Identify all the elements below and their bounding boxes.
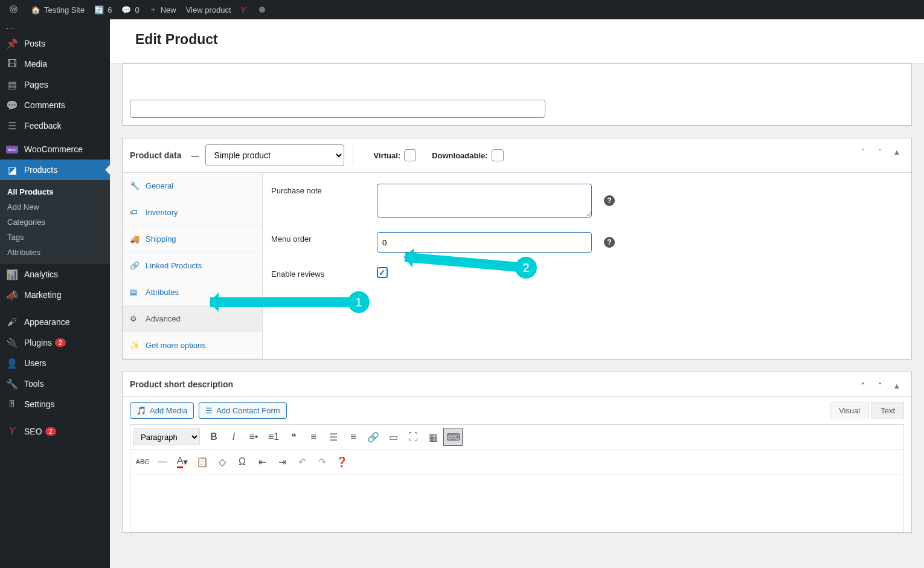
comments-label: Comments (24, 100, 65, 110)
tools-icon: 🔧 (6, 378, 18, 390)
sidebar-item-products[interactable]: ◪Products (0, 160, 110, 180)
sidebar-item-analytics[interactable]: 📊Analytics (0, 264, 110, 285)
updates-link[interactable]: 🔄6 (89, 0, 117, 19)
add-media-button[interactable]: 🎵Add Media (130, 402, 194, 419)
editor-placeholder-input[interactable] (130, 100, 545, 118)
tab-get-more[interactable]: ✨Get more options (123, 332, 262, 359)
woo-label: WooCommerce (24, 144, 83, 154)
sidebar-item-woocommerce[interactable]: wooWooCommerce (0, 139, 110, 160)
sidebar-item-comments[interactable]: 💬Comments (0, 95, 110, 115)
help-icon-2[interactable]: ? (604, 237, 615, 248)
purchase-note-label: Purchase note (271, 184, 377, 195)
tab-general[interactable]: 🔧General (123, 173, 262, 199)
editor-tab-text[interactable]: Text (871, 402, 904, 419)
plus-icon: ＋ (149, 4, 157, 15)
editor-content-area[interactable] (130, 474, 903, 532)
indent-button[interactable]: ⇥ (272, 453, 292, 471)
products-icon: ◪ (6, 164, 18, 176)
view-product-link[interactable]: View product (181, 0, 236, 19)
submenu-all-products[interactable]: All Products (0, 184, 110, 199)
help-button[interactable]: ❓ (332, 453, 351, 471)
sidebar-item-users[interactable]: 👤Users (0, 353, 110, 373)
sidebar-item-media[interactable]: 🎞Media (0, 54, 110, 74)
hr-button[interactable]: — (153, 453, 172, 471)
seo-label: SEO (24, 427, 42, 436)
textcolor-button[interactable]: A▾ (173, 453, 192, 471)
editor-tab-visual[interactable]: Visual (830, 402, 869, 419)
strike-button[interactable]: ABC (133, 453, 152, 471)
fullscreen-button[interactable]: ⛶ (403, 428, 423, 446)
outdent-button[interactable]: ⇤ (252, 453, 272, 471)
products-label: Products (24, 165, 57, 175)
tag-icon: 🏷 (130, 208, 141, 217)
new-link[interactable]: ＋New (144, 0, 181, 19)
heading-bar: Edit Product (110, 19, 924, 63)
ol-button[interactable]: ≡1 (264, 428, 283, 446)
italic-button[interactable]: I (224, 428, 243, 446)
sidebar-item-appearance[interactable]: 🖌Appearance (0, 312, 110, 332)
tab-inventory[interactable]: 🏷Inventory (123, 199, 262, 226)
sidebar-item-tools[interactable]: 🔧Tools (0, 373, 110, 394)
virtual-checkbox[interactable] (404, 149, 416, 161)
more-button[interactable]: ▭ (383, 428, 403, 446)
product-data-tabs: 🔧General 🏷Inventory 🚚Shipping 🔗Linked Pr… (123, 173, 263, 359)
wrench-icon: 🔧 (130, 181, 141, 190)
sidebar-item-marketing[interactable]: 📣Marketing (0, 285, 110, 305)
panel-down-icon[interactable]: ˅ (873, 144, 887, 159)
panel-down-icon-2[interactable]: ˅ (873, 378, 887, 393)
seo-badge: 2 (45, 427, 56, 436)
sidebar-item-feedback[interactable]: ☰Feedback (0, 115, 110, 136)
tab-advanced[interactable]: ⚙Advanced (123, 306, 262, 332)
sidebar-item-plugins[interactable]: 🔌Plugins2 (0, 332, 110, 353)
tab-linked-products[interactable]: 🔗Linked Products (123, 253, 262, 279)
panel-toggle-icon[interactable]: ▲ (890, 144, 904, 159)
site-link[interactable]: 🏠Testing Site (26, 0, 89, 19)
panel-up-icon-2[interactable]: ˄ (856, 378, 870, 393)
comments-icon: 💬 (6, 100, 18, 111)
redo-button[interactable]: ↷ (312, 453, 332, 471)
yoast-icon-2: Y (6, 426, 18, 437)
feedback-icon: ☰ (6, 120, 18, 132)
toolbar-toggle-button[interactable]: ▦ (423, 428, 443, 446)
product-type-select[interactable]: Simple product (205, 144, 344, 166)
kitchen-sink-button[interactable]: ⌨ (443, 428, 463, 446)
link-button[interactable]: 🔗 (364, 428, 383, 446)
help-icon[interactable]: ? (604, 195, 615, 206)
align-left-button[interactable]: ≡ (304, 428, 323, 446)
short-desc-header: Product short description ˄ ˅ ▲ (123, 372, 911, 397)
status-dot-link[interactable] (254, 0, 270, 19)
sidebar-item-seo[interactable]: YSEO2 (0, 421, 110, 442)
panel-up-icon[interactable]: ˄ (856, 144, 870, 159)
admin-sidebar: … 📌Posts 🎞Media ▤Pages 💬Comments ☰Feedba… (0, 19, 110, 568)
submenu-tags[interactable]: Tags (0, 230, 110, 245)
sidebar-item-pages[interactable]: ▤Pages (0, 74, 110, 95)
enable-reviews-checkbox[interactable]: ✓ (377, 267, 388, 278)
submenu-add-new[interactable]: Add New (0, 199, 110, 215)
downloadable-checkbox[interactable] (492, 149, 504, 161)
yoast-link[interactable]: Y (236, 0, 255, 19)
tab-shipping[interactable]: 🚚Shipping (123, 226, 262, 253)
bold-button[interactable]: B (204, 428, 223, 446)
align-center-button[interactable]: ☰ (324, 428, 343, 446)
panel-toggle-icon-2[interactable]: ▲ (890, 378, 904, 393)
special-char-button[interactable]: Ω (233, 453, 252, 471)
submenu-categories[interactable]: Categories (0, 215, 110, 230)
quote-button[interactable]: ❝ (284, 428, 303, 446)
form-icon: ☰ (205, 406, 213, 415)
format-select[interactable]: Paragraph (133, 428, 200, 445)
undo-button[interactable]: ↶ (292, 453, 312, 471)
site-title: Testing Site (44, 5, 85, 15)
comments-link[interactable]: 💬0 (117, 0, 144, 19)
purchase-note-input[interactable] (377, 184, 592, 218)
clear-format-button[interactable]: ◇ (213, 453, 232, 471)
annotation-circle-2: 2 (515, 257, 537, 279)
sidebar-item-posts[interactable]: 📌Posts (0, 33, 110, 54)
ul-button[interactable]: ≡• (244, 428, 263, 446)
add-contact-form-button[interactable]: ☰Add Contact Form (199, 402, 287, 419)
sidebar-item-settings[interactable]: 🎚Settings (0, 394, 110, 415)
wp-logo-link[interactable]: ⓦ (5, 0, 26, 19)
paste-button[interactable]: 📋 (193, 453, 212, 471)
plugins-label: Plugins (24, 338, 52, 347)
align-right-button[interactable]: ≡ (344, 428, 363, 446)
submenu-attributes[interactable]: Attributes (0, 245, 110, 260)
